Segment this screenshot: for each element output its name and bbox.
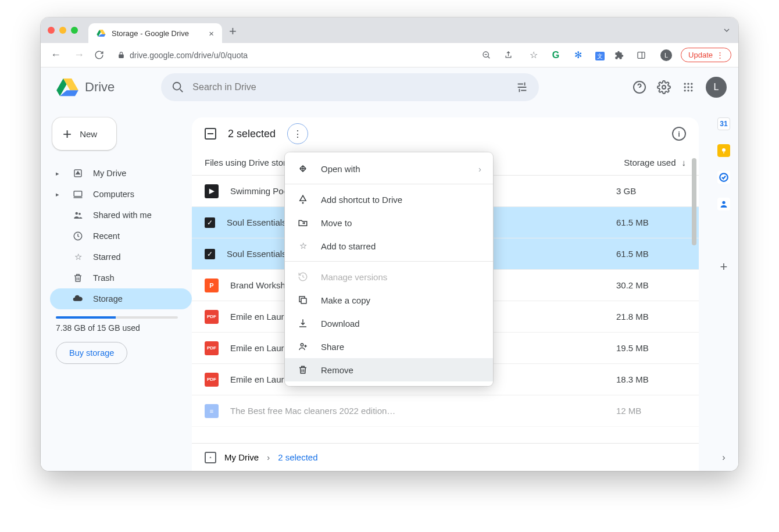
trash-icon bbox=[296, 365, 309, 375]
add-shortcut-icon bbox=[296, 194, 309, 205]
svg-point-21 bbox=[722, 148, 726, 152]
svg-point-13 bbox=[691, 90, 692, 91]
sidepanel-icon[interactable] bbox=[637, 51, 652, 60]
search-input[interactable] bbox=[192, 82, 508, 92]
back-button[interactable]: ← bbox=[48, 49, 64, 61]
expand-icon[interactable]: ▸ bbox=[56, 191, 63, 198]
menu-move-to[interactable]: Move to bbox=[285, 211, 493, 234]
sidebar-item-computers[interactable]: ▸ Computers bbox=[50, 184, 192, 205]
help-icon[interactable] bbox=[633, 80, 646, 94]
more-actions-button[interactable]: ⋮ bbox=[287, 123, 308, 144]
breadcrumb-current[interactable]: 2 selected bbox=[278, 452, 317, 462]
menu-make-copy[interactable]: Make a copy bbox=[285, 288, 493, 312]
bookmark-icon[interactable]: ☆ bbox=[526, 49, 541, 60]
search-bar[interactable] bbox=[161, 73, 539, 101]
selection-count: 2 selected bbox=[228, 128, 276, 140]
header-storage-used[interactable]: Storage used bbox=[624, 158, 676, 167]
sort-arrow-icon[interactable]: ↓ bbox=[682, 158, 687, 167]
info-button[interactable]: i bbox=[672, 127, 686, 141]
browser-tab-strip: Storage - Google Drive × + bbox=[41, 17, 738, 43]
settings-icon[interactable] bbox=[657, 80, 671, 94]
profile-avatar-icon[interactable]: L bbox=[659, 49, 674, 61]
menu-open-with[interactable]: Open with › bbox=[285, 157, 493, 180]
sidebar-item-storage[interactable]: Storage bbox=[50, 288, 192, 309]
download-icon bbox=[296, 318, 309, 329]
deselect-checkbox[interactable] bbox=[205, 128, 216, 140]
svg-point-2 bbox=[173, 83, 181, 90]
versions-icon bbox=[296, 272, 309, 282]
menu-download[interactable]: Download bbox=[285, 312, 493, 335]
sidebar-item-shared[interactable]: Shared with me bbox=[50, 205, 192, 226]
close-tab-icon[interactable]: × bbox=[209, 28, 214, 38]
svg-point-8 bbox=[684, 86, 686, 88]
forward-button[interactable]: → bbox=[71, 49, 87, 61]
reload-button[interactable] bbox=[94, 50, 110, 60]
my-drive-icon bbox=[205, 452, 216, 463]
menu-share[interactable]: Share bbox=[285, 335, 493, 358]
window-controls bbox=[48, 27, 78, 34]
breadcrumb-root[interactable]: My Drive bbox=[224, 452, 259, 462]
new-button[interactable]: + New bbox=[52, 117, 116, 150]
apps-grid-icon[interactable] bbox=[681, 80, 695, 94]
extension-translate-icon[interactable]: 文 bbox=[592, 50, 608, 60]
drive-logo[interactable]: Drive bbox=[56, 76, 115, 99]
calendar-app-icon[interactable]: 31 bbox=[717, 117, 730, 130]
close-window-button[interactable] bbox=[48, 27, 55, 34]
sidebar-item-starred[interactable]: ☆ Starred bbox=[50, 247, 192, 267]
svg-rect-1 bbox=[638, 52, 645, 58]
expand-icon[interactable]: ▸ bbox=[56, 170, 63, 177]
sidebar-item-trash[interactable]: Trash bbox=[50, 267, 192, 288]
extension-g-icon[interactable]: G bbox=[548, 50, 563, 60]
menu-add-starred[interactable]: ☆ Add to starred bbox=[285, 234, 493, 258]
chevron-right-icon: › bbox=[267, 452, 270, 462]
kebab-icon: ⋮ bbox=[293, 128, 302, 140]
tasks-app-icon[interactable] bbox=[717, 171, 730, 184]
svg-point-23 bbox=[722, 201, 725, 204]
scrollbar-thumb[interactable] bbox=[692, 158, 696, 245]
move-to-icon bbox=[296, 217, 309, 228]
copy-icon bbox=[296, 295, 309, 305]
menu-add-shortcut[interactable]: Add shortcut to Drive bbox=[285, 188, 493, 211]
file-row[interactable]: ≡ The Best free Mac cleaners 2022 editio… bbox=[192, 395, 699, 427]
starred-icon: ☆ bbox=[72, 252, 84, 262]
lock-icon bbox=[117, 51, 125, 59]
shared-icon bbox=[72, 210, 84, 220]
checked-icon[interactable]: ✓ bbox=[205, 249, 215, 259]
address-bar[interactable]: drive.google.com/drive/u/0/quota bbox=[117, 51, 248, 60]
storage-used-text: 7.38 GB of 15 GB used bbox=[56, 323, 192, 333]
menu-remove[interactable]: Remove bbox=[285, 358, 493, 381]
checked-icon[interactable]: ✓ bbox=[205, 217, 215, 228]
zoom-icon[interactable] bbox=[482, 51, 497, 60]
tabs-overflow-icon[interactable] bbox=[722, 26, 731, 35]
url-text: drive.google.com/drive/u/0/quota bbox=[130, 51, 248, 60]
contacts-app-icon[interactable] bbox=[717, 198, 730, 210]
share-icon[interactable] bbox=[504, 51, 519, 59]
collapse-rail-icon[interactable]: › bbox=[722, 452, 725, 463]
browser-tab[interactable]: Storage - Google Drive × bbox=[88, 23, 222, 43]
pdf-file-icon: PDF bbox=[205, 341, 219, 355]
kebab-icon: ⋮ bbox=[716, 51, 724, 59]
search-filter-icon[interactable] bbox=[516, 81, 528, 94]
app-header: Drive L bbox=[41, 67, 738, 107]
buy-storage-button[interactable]: Buy storage bbox=[56, 342, 127, 364]
keep-app-icon[interactable] bbox=[717, 144, 730, 157]
star-icon: ☆ bbox=[296, 241, 309, 251]
sidebar-item-my-drive[interactable]: ▸ My Drive bbox=[50, 163, 192, 184]
update-button[interactable]: Update ⋮ bbox=[681, 48, 731, 62]
maximize-window-button[interactable] bbox=[71, 27, 78, 34]
svg-point-20 bbox=[301, 344, 303, 347]
search-icon bbox=[171, 81, 184, 94]
new-tab-button[interactable]: + bbox=[229, 24, 237, 39]
sidebar-item-recent[interactable]: Recent bbox=[50, 226, 192, 247]
extension-snowflake-icon[interactable]: ✻ bbox=[570, 49, 585, 60]
minimize-window-button[interactable] bbox=[59, 27, 66, 34]
trash-icon bbox=[72, 273, 84, 283]
main-panel: 2 selected ⋮ i Files using Drive storage… bbox=[192, 117, 699, 471]
svg-point-7 bbox=[691, 83, 692, 85]
svg-point-10 bbox=[691, 86, 692, 88]
add-addon-button[interactable]: + bbox=[720, 259, 728, 274]
svg-rect-15 bbox=[74, 191, 82, 197]
extensions-icon[interactable] bbox=[614, 51, 630, 60]
account-avatar[interactable]: L bbox=[706, 77, 727, 98]
recent-icon bbox=[72, 231, 84, 241]
